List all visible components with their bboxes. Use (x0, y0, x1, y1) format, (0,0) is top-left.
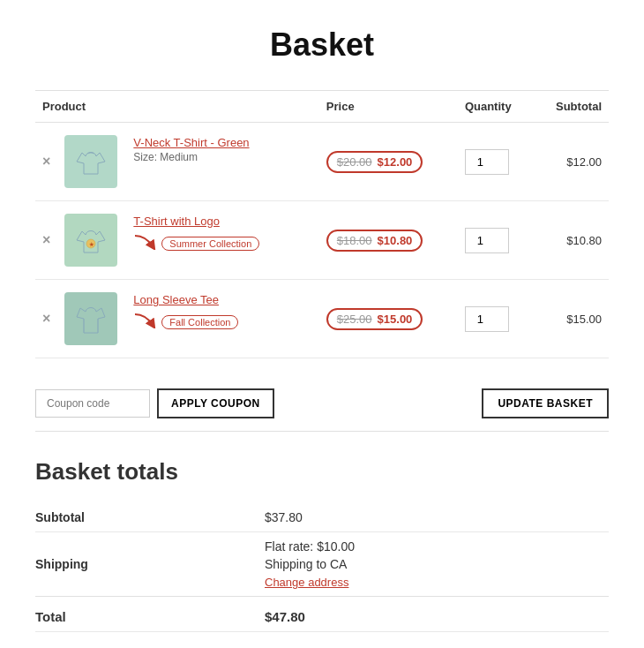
coupon-input[interactable] (35, 389, 150, 418)
collection-tag: Fall Collection (161, 315, 238, 329)
table-row: × Long Sleeve Tee Fall Collection $25.00… (35, 280, 609, 358)
price-cell: $25.00 $15.00 (319, 280, 458, 358)
product-thumbnail (64, 135, 117, 188)
remove-item-button[interactable]: × (35, 123, 57, 201)
quantity-cell (458, 201, 534, 280)
total-value: $47.80 (265, 597, 609, 632)
product-meta: Size: Medium (133, 151, 249, 163)
total-label: Total (35, 597, 265, 632)
total-row: Total $47.80 (35, 597, 609, 632)
annotation-arrow-icon (133, 313, 158, 328)
totals-heading: Basket totals (35, 458, 609, 486)
product-name-link[interactable]: Long Sleeve Tee (133, 293, 219, 306)
shipping-label: Shipping (35, 532, 265, 597)
price-cell: $20.00 $12.00 (319, 123, 458, 201)
page-container: Basket Product Price Quantity Subtotal ×… (0, 0, 644, 648)
coupon-left: APPLY COUPON (35, 388, 274, 418)
col-price: Price (319, 91, 458, 123)
basket-table: Product Price Quantity Subtotal × V-Neck… (35, 90, 609, 358)
col-quantity: Quantity (458, 91, 534, 123)
price-cell: $18.00 $10.80 (319, 201, 458, 280)
remove-item-button[interactable]: × (35, 280, 57, 358)
product-name-link[interactable]: V-Neck T-Shirt - Green (133, 136, 249, 149)
change-address-link[interactable]: Change address (265, 576, 348, 589)
subtotal-cell: $15.00 (534, 280, 609, 358)
product-cell: V-Neck T-Shirt - GreenSize: Medium (57, 123, 318, 201)
quantity-input[interactable] (465, 228, 509, 253)
price-wrapper: $18.00 $10.80 (326, 230, 423, 252)
annotation-arrow-icon (133, 234, 158, 250)
coupon-row: APPLY COUPON UPDATE BASKET (35, 376, 609, 432)
shipping-details: Flat rate: $10.00 Shipping to CA Change … (265, 532, 609, 597)
table-row: × V-Neck T-Shirt - GreenSize: Medium $20… (35, 123, 609, 201)
col-subtotal: Subtotal (534, 91, 609, 123)
subtotal-value: $37.80 (265, 503, 609, 532)
col-product: Product (35, 91, 319, 123)
original-price: $20.00 (337, 155, 372, 169)
collection-tag: Summer Collection (161, 237, 259, 251)
totals-table: Subtotal $37.80 Shipping Flat rate: $10.… (35, 503, 609, 632)
product-thumbnail (64, 292, 117, 345)
update-basket-button[interactable]: UPDATE BASKET (482, 388, 609, 418)
sale-price: $10.80 (378, 234, 413, 247)
original-price: $18.00 (337, 234, 372, 247)
quantity-cell (458, 123, 534, 201)
apply-coupon-button[interactable]: APPLY COUPON (157, 388, 274, 418)
basket-totals-section: Basket totals Subtotal $37.80 Shipping F… (35, 458, 609, 648)
shipping-to: Shipping to CA (265, 557, 609, 571)
product-cell: ★ T-Shirt with Logo Summer Collection (57, 201, 318, 280)
sale-price: $12.00 (378, 155, 413, 169)
subtotal-cell: $10.80 (534, 201, 609, 280)
subtotal-row: Subtotal $37.80 (35, 503, 609, 532)
sale-price: $15.00 (378, 313, 413, 326)
price-wrapper: $20.00 $12.00 (326, 151, 423, 173)
product-cell: Long Sleeve Tee Fall Collection (57, 280, 318, 358)
original-price: $25.00 (337, 313, 372, 326)
shipping-value: Flat rate: $10.00 (265, 539, 609, 554)
quantity-input[interactable] (465, 149, 509, 175)
subtotal-cell: $12.00 (534, 123, 609, 201)
product-thumbnail: ★ (64, 214, 117, 267)
page-title: Basket (35, 26, 609, 64)
remove-item-button[interactable]: × (35, 201, 57, 280)
shipping-row: Shipping Flat rate: $10.00 Shipping to C… (35, 532, 609, 597)
subtotal-label: Subtotal (35, 503, 265, 532)
product-name-link[interactable]: T-Shirt with Logo (133, 215, 220, 228)
price-wrapper: $25.00 $15.00 (326, 308, 423, 330)
table-row: × ★ T-Shirt with Logo Summer Collection … (35, 201, 609, 280)
quantity-input[interactable] (465, 306, 509, 332)
quantity-cell (458, 280, 534, 358)
